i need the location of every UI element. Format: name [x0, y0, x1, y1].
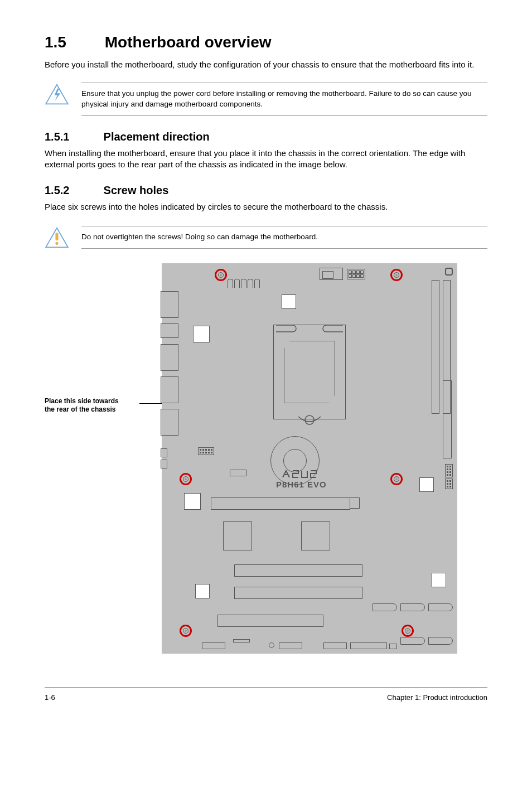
- capacitors-icon: [228, 279, 260, 288]
- rear-port-icon: [161, 460, 167, 468]
- sata-port-icon: [400, 603, 425, 611]
- subsection-2-body: Place six screws into the holes indicate…: [45, 201, 487, 212]
- pin-header-icon: [233, 639, 250, 642]
- svg-point-4: [55, 242, 58, 245]
- pin-header-icon: [445, 464, 453, 477]
- side-label-line1: Place this side towards: [45, 397, 119, 405]
- rear-port-icon: [161, 448, 167, 457]
- pin-header-icon: [230, 470, 246, 476]
- pcie-slot-icon: [234, 587, 362, 599]
- rear-port-icon: [161, 409, 178, 436]
- screw-hole-icon: [180, 473, 192, 485]
- sata-port-icon: [400, 637, 425, 645]
- motherboard-diagram: Place this side towards the rear of the …: [45, 263, 487, 654]
- intro-paragraph: Before you install the motherboard, stud…: [45, 59, 487, 70]
- rear-port-icon: [161, 323, 178, 338]
- svg-marker-1: [55, 89, 60, 101]
- side-label-line2: the rear of the chassis: [45, 405, 115, 413]
- front-panel-header-icon: [202, 642, 225, 649]
- sata-port-icon: [373, 603, 397, 611]
- chip-icon: [419, 477, 434, 492]
- front-panel-header-icon: [279, 642, 302, 649]
- motherboard-illustration: P8H61 EVO: [162, 263, 457, 654]
- screw-hole-icon: [390, 269, 403, 281]
- pcie-slot-icon: [217, 615, 323, 627]
- subsection-1-number: 1.5.1: [45, 131, 100, 143]
- chip-icon: [184, 493, 201, 510]
- subsection-1-title: Placement direction: [104, 131, 210, 143]
- front-panel-header-icon: [323, 642, 347, 649]
- pin-header-icon: [198, 447, 214, 455]
- section-number: 1.5: [45, 33, 100, 51]
- screw-hole-icon: [180, 625, 192, 637]
- subsection-2-number: 1.5.2: [45, 184, 100, 197]
- chip-icon: [301, 521, 330, 550]
- screw-hole-icon: [402, 625, 414, 637]
- page-number: 1-6: [45, 693, 55, 702]
- asus-logo-icon: [282, 470, 321, 479]
- rear-port-icon: [161, 291, 178, 318]
- exclamation-icon: [45, 226, 69, 248]
- bolt-icon: [45, 83, 69, 105]
- warning-text: Ensure that you unplug the power cord be…: [81, 83, 487, 116]
- pcie-slot-icon: [234, 564, 362, 577]
- caution-text: Do not overtighten the screws! Doing so …: [81, 226, 487, 249]
- dimm-slot-icon: [432, 280, 439, 414]
- pcie-slot-icon: [211, 497, 350, 510]
- chip-icon: [193, 326, 210, 342]
- svg-rect-3: [55, 233, 58, 240]
- pin-header-icon: [445, 479, 453, 489]
- subsection-1-body: When installing the motherboard, ensure …: [45, 148, 487, 171]
- caution-callout: Do not overtighten the screws! Doing so …: [45, 226, 487, 249]
- subsection-2-heading: 1.5.2 Screw holes: [45, 184, 487, 197]
- screw-hole-icon: [215, 269, 227, 281]
- chapter-label: Chapter 1: Product introduction: [387, 693, 487, 702]
- buzzer-icon: [269, 642, 274, 648]
- diagram-side-label: Place this side towards the rear of the …: [45, 397, 139, 414]
- screw-hole-icon: [390, 473, 403, 485]
- atx-power-icon: [443, 380, 452, 458]
- rear-port-icon: [161, 344, 178, 371]
- subsection-2-title: Screw holes: [104, 184, 169, 196]
- eps-connector-icon: [347, 269, 365, 279]
- section-heading: 1.5 Motherboard overview: [45, 33, 487, 51]
- sata-port-icon: [428, 603, 453, 611]
- chip-icon: [195, 584, 210, 598]
- rear-port-icon: [161, 376, 178, 403]
- cpu-power-icon: [320, 268, 343, 280]
- front-panel-header-icon: [350, 642, 387, 649]
- warning-callout: Ensure that you unplug the power cord be…: [45, 83, 487, 116]
- pointer-line: [139, 403, 162, 404]
- sata-port-icon: [428, 637, 453, 645]
- chip-icon: [282, 294, 296, 309]
- board-model-label: P8H61 EVO: [276, 480, 327, 489]
- chip-icon: [432, 573, 446, 587]
- slot-notch-icon: [350, 497, 360, 509]
- chip-icon: [223, 521, 252, 550]
- svg-point-5: [305, 416, 314, 424]
- section-title-text: Motherboard overview: [105, 33, 272, 51]
- page-footer: 1-6 Chapter 1: Product introduction: [45, 687, 487, 702]
- subsection-1-heading: 1.5.1 Placement direction: [45, 131, 487, 143]
- pin-header-icon: [389, 644, 397, 649]
- socket-lever-icon: [270, 321, 349, 427]
- corner-hole-icon: [445, 268, 453, 276]
